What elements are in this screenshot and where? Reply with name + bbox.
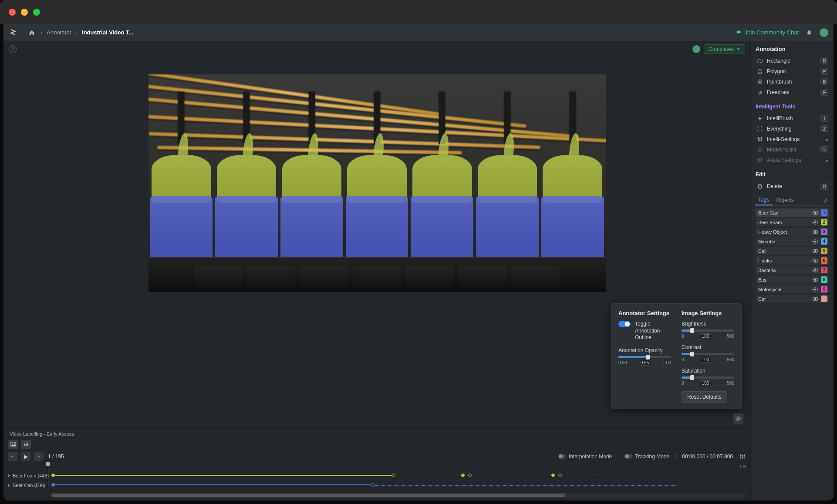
breadcrumb-project[interactable]: Industrial Video T... bbox=[82, 29, 133, 36]
tool-assist-settings[interactable]: Assist Settings ▸ bbox=[756, 155, 829, 165]
contrast-value[interactable]: 100 bbox=[700, 357, 712, 363]
visibility-eye-icon[interactable] bbox=[812, 278, 818, 282]
prev-frame-button[interactable]: ← bbox=[8, 452, 17, 461]
video-frame[interactable] bbox=[148, 74, 606, 292]
tag-label: Car bbox=[758, 296, 766, 302]
tag-row[interactable]: Heavy Object3 bbox=[756, 228, 829, 236]
tag-number-badge bbox=[821, 296, 827, 302]
visibility-eye-icon[interactable] bbox=[812, 268, 818, 272]
saturation-min: 0 bbox=[682, 381, 684, 386]
edit-tags-icon[interactable] bbox=[821, 196, 830, 205]
expand-track-icon[interactable] bbox=[8, 484, 10, 487]
visibility-eye-icon[interactable] bbox=[812, 211, 818, 215]
tag-row[interactable]: Cell5 bbox=[756, 247, 829, 255]
tab-objects[interactable]: Objects bbox=[773, 195, 797, 205]
right-sidebar: Annotation Rectangle R Polygon P Paintbr… bbox=[751, 41, 834, 501]
tool-intelli-settings[interactable]: Intelli-Settings ▸ bbox=[756, 134, 829, 144]
next-frame-button[interactable]: → bbox=[34, 452, 44, 461]
visibility-eye-icon[interactable] bbox=[812, 249, 818, 253]
tag-row[interactable]: Hooks6 bbox=[756, 256, 829, 265]
track-row-beer-can[interactable]: Beer Can (506) bbox=[8, 481, 746, 489]
timeline-scrollbar[interactable] bbox=[51, 493, 746, 498]
tag-row[interactable]: Bus8 bbox=[756, 276, 829, 284]
keyboard-shortcut: R bbox=[820, 57, 828, 64]
tag-row[interactable]: Car bbox=[756, 295, 829, 303]
tool-delete[interactable]: Delete D bbox=[756, 181, 829, 192]
join-community-chat-link[interactable]: Join Community Chat bbox=[736, 29, 799, 36]
tag-row[interactable]: Beer Foam2 bbox=[756, 218, 829, 226]
reset-defaults-button[interactable]: Reset Defaults bbox=[682, 391, 727, 403]
app-logo-icon[interactable] bbox=[9, 28, 17, 37]
brightness-slider[interactable] bbox=[682, 329, 734, 332]
list-view-button[interactable] bbox=[21, 440, 31, 449]
tool-paintbrush[interactable]: Paintbrush B bbox=[756, 77, 829, 87]
annotation-beer-foam[interactable] bbox=[543, 155, 602, 203]
saturation-value[interactable]: 100 bbox=[700, 380, 712, 386]
opacity-slider[interactable] bbox=[618, 356, 671, 358]
close-window-button[interactable] bbox=[9, 9, 16, 16]
tracking-mode-toggle[interactable]: Tracking Mode bbox=[624, 454, 669, 460]
contrast-slider[interactable] bbox=[682, 353, 734, 355]
annotation-beer-foam[interactable] bbox=[152, 155, 211, 203]
saturation-slider[interactable] bbox=[682, 376, 734, 379]
chevron-right-icon: › bbox=[76, 29, 78, 36]
playhead[interactable] bbox=[48, 463, 48, 489]
tag-row[interactable]: Motorcycle9 bbox=[756, 285, 829, 293]
user-avatar[interactable] bbox=[820, 28, 828, 37]
brightness-value[interactable]: 100 bbox=[700, 333, 712, 339]
video-labelling-badge: Video Labelling - Early Access bbox=[3, 428, 750, 439]
home-icon[interactable] bbox=[28, 29, 35, 36]
tab-tags[interactable]: Tags bbox=[755, 195, 773, 205]
thumbnail-view-button[interactable] bbox=[8, 440, 18, 449]
annotation-beer-foam[interactable] bbox=[282, 155, 342, 203]
timeline-settings-icon[interactable] bbox=[739, 453, 746, 460]
tag-row[interactable]: Microbe4 bbox=[756, 237, 829, 245]
track-row-beer-foam[interactable]: Beer Foam (448) bbox=[8, 472, 746, 480]
annotation-beer-foam[interactable] bbox=[412, 155, 472, 203]
annotation-beer-can[interactable] bbox=[280, 196, 343, 257]
visibility-eye-icon[interactable] bbox=[812, 239, 818, 244]
expand-track-icon[interactable] bbox=[8, 474, 10, 477]
visibility-eye-icon[interactable] bbox=[812, 287, 818, 292]
annotation-beer-foam[interactable] bbox=[478, 155, 537, 203]
tag-label: Bacteria bbox=[758, 268, 776, 273]
tool-intellibrush[interactable]: IntelliBrush T bbox=[756, 113, 829, 124]
tag-row[interactable]: Beer Can1 bbox=[756, 208, 829, 217]
breadcrumb-annotator[interactable]: Annotator bbox=[47, 29, 71, 36]
notifications-icon[interactable] bbox=[806, 29, 813, 36]
play-button[interactable]: ▶ bbox=[21, 452, 30, 461]
maximize-window-button[interactable] bbox=[33, 9, 40, 16]
visibility-eye-icon[interactable] bbox=[812, 220, 818, 225]
status-badge[interactable]: Completed ▼ bbox=[704, 44, 745, 54]
visibility-eye-icon[interactable] bbox=[812, 259, 818, 263]
tag-row[interactable]: Bacteria7 bbox=[756, 266, 829, 274]
annotation-beer-foam[interactable] bbox=[347, 155, 407, 203]
annotation-beer-can[interactable] bbox=[346, 196, 408, 257]
timeline-ruler[interactable]: 139 bbox=[51, 465, 746, 470]
opacity-max: 1.00 bbox=[663, 360, 671, 365]
visibility-eye-icon[interactable] bbox=[812, 230, 818, 234]
annotation-beer-can[interactable] bbox=[215, 196, 278, 257]
help-icon[interactable]: ? bbox=[9, 45, 17, 53]
tool-model-assist[interactable]: Model Assist M bbox=[756, 144, 829, 155]
user-avatar-small[interactable] bbox=[692, 45, 700, 53]
annotation-beer-can[interactable] bbox=[541, 196, 604, 257]
tool-freedraw[interactable]: Freedraw F bbox=[756, 87, 829, 97]
toggle-annotation-outline[interactable] bbox=[618, 321, 631, 327]
annotation-beer-can[interactable] bbox=[476, 196, 539, 257]
settings-gear-button[interactable] bbox=[733, 413, 743, 424]
annotation-beer-foam[interactable] bbox=[217, 155, 277, 203]
tag-label: Motorcycle bbox=[758, 287, 781, 292]
interpolation-mode-toggle[interactable]: Interpolation Mode bbox=[558, 454, 612, 460]
visibility-eye-icon[interactable] bbox=[812, 297, 818, 301]
tag-label: Bus bbox=[758, 277, 766, 282]
annotation-beer-can[interactable] bbox=[411, 196, 473, 257]
canvas-body: Annotator Settings Toggle Annotation Out… bbox=[3, 57, 750, 428]
tool-everything[interactable]: Everything Z bbox=[756, 124, 829, 134]
minimize-window-button[interactable] bbox=[21, 9, 28, 16]
tool-rectangle[interactable]: Rectangle R bbox=[756, 56, 829, 66]
opacity-value[interactable]: 0.55 bbox=[638, 360, 651, 366]
annotation-beer-can[interactable] bbox=[150, 196, 213, 257]
svg-point-3 bbox=[740, 455, 742, 456]
tool-polygon[interactable]: Polygon P bbox=[756, 66, 829, 77]
